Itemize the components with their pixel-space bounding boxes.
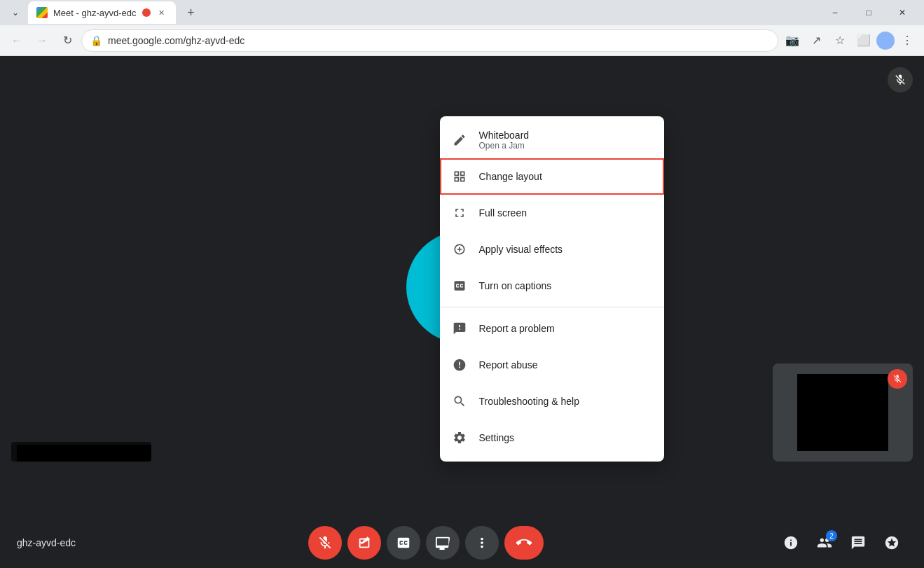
report-problem-label: Report a problem bbox=[479, 323, 555, 334]
back-button[interactable]: ← bbox=[6, 29, 28, 52]
troubleshooting-icon bbox=[451, 393, 468, 410]
bottom-bar: ghz-ayvd-edc bbox=[0, 518, 924, 568]
address-bar[interactable]: 🔒 meet.google.com/ghz-ayvd-edc bbox=[81, 29, 778, 52]
meeting-code-label: ghz-ayvd-edc bbox=[17, 537, 76, 548]
camera-button[interactable] bbox=[347, 526, 381, 560]
troubleshooting-label: Troubleshooting & help bbox=[479, 396, 579, 407]
participant-name-label bbox=[11, 442, 151, 462]
title-bar: ⌄ Meet - ghz-ayvd-edc ✕ + – □ ✕ bbox=[0, 0, 924, 25]
menu-item-captions[interactable]: Turn on captions bbox=[440, 268, 664, 304]
visual-effects-icon bbox=[451, 241, 468, 258]
bookmark-icon[interactable]: ☆ bbox=[829, 29, 851, 52]
captions-button[interactable] bbox=[387, 526, 420, 560]
troubleshooting-text: Troubleshooting & help bbox=[479, 396, 579, 407]
menu-item-report-abuse[interactable]: Report abuse bbox=[440, 347, 664, 383]
report-abuse-icon bbox=[451, 356, 468, 373]
nav-bar: ← → ↻ 🔒 meet.google.com/ghz-ayvd-edc 📷 ↗… bbox=[0, 25, 924, 56]
captions-text: Turn on captions bbox=[479, 280, 552, 291]
controls-right: 2 bbox=[775, 527, 907, 558]
browser-frame: ⌄ Meet - ghz-ayvd-edc ✕ + – □ ✕ ← → ↻ 🔒 … bbox=[0, 0, 924, 568]
controls-center bbox=[308, 526, 544, 560]
menu-item-troubleshooting[interactable]: Troubleshooting & help bbox=[440, 383, 664, 420]
report-problem-icon bbox=[451, 320, 468, 337]
lock-icon: 🔒 bbox=[90, 35, 102, 46]
visual-effects-label: Apply visual effects bbox=[479, 244, 563, 255]
video-area: K bbox=[0, 56, 924, 518]
context-menu: Whiteboard Open a Jam Change layout bbox=[440, 116, 664, 462]
maximize-button[interactable]: □ bbox=[853, 0, 885, 25]
report-abuse-label: Report abuse bbox=[479, 359, 538, 370]
settings-text: Settings bbox=[479, 432, 515, 443]
whiteboard-sublabel: Open a Jam bbox=[479, 141, 530, 151]
info-button[interactable] bbox=[775, 527, 806, 558]
people-badge: 2 bbox=[826, 530, 837, 541]
people-button[interactable]: 2 bbox=[809, 527, 840, 558]
menu-item-visual-effects[interactable]: Apply visual effects bbox=[440, 231, 664, 268]
captions-icon bbox=[451, 277, 468, 294]
chat-button[interactable] bbox=[843, 527, 874, 558]
change-layout-label: Change layout bbox=[479, 171, 542, 182]
more-options-button[interactable] bbox=[465, 526, 499, 560]
profile-avatar[interactable] bbox=[876, 32, 895, 50]
close-button[interactable]: ✕ bbox=[886, 0, 918, 25]
minimize-button[interactable]: – bbox=[819, 0, 851, 25]
report-problem-text: Report a problem bbox=[479, 323, 555, 334]
share-icon[interactable]: ↗ bbox=[805, 29, 827, 52]
menu-item-report-problem[interactable]: Report a problem bbox=[440, 310, 664, 347]
change-layout-text: Change layout bbox=[479, 171, 542, 182]
change-layout-icon bbox=[451, 168, 468, 185]
report-abuse-text: Report abuse bbox=[479, 359, 538, 370]
meet-content: K bbox=[0, 56, 924, 568]
whiteboard-icon bbox=[451, 132, 468, 148]
menu-icon[interactable]: ⋮ bbox=[896, 29, 918, 52]
menu-item-fullscreen[interactable]: Full screen bbox=[440, 195, 664, 231]
end-call-button[interactable] bbox=[504, 526, 544, 560]
reload-button[interactable]: ↻ bbox=[56, 29, 78, 52]
url-text: meet.google.com/ghz-ayvd-edc bbox=[108, 35, 769, 46]
menu-item-whiteboard[interactable]: Whiteboard Open a Jam bbox=[440, 122, 664, 158]
fullscreen-icon bbox=[451, 205, 468, 221]
split-screen-icon[interactable]: ⬜ bbox=[853, 29, 875, 52]
visual-effects-text: Apply visual effects bbox=[479, 244, 563, 255]
cast-icon[interactable]: 📷 bbox=[781, 29, 804, 52]
settings-label: Settings bbox=[479, 432, 515, 443]
whiteboard-text: Whiteboard Open a Jam bbox=[479, 130, 530, 151]
whiteboard-label: Whiteboard bbox=[479, 130, 530, 141]
mic-button[interactable] bbox=[308, 526, 342, 560]
self-mute-icon bbox=[888, 369, 907, 389]
self-view bbox=[773, 363, 913, 462]
tab-close-button[interactable]: ✕ bbox=[156, 7, 167, 18]
menu-item-change-layout[interactable]: Change layout bbox=[440, 158, 664, 195]
chevron-icon[interactable]: ⌄ bbox=[6, 3, 25, 22]
captions-label: Turn on captions bbox=[479, 280, 552, 291]
self-view-video bbox=[797, 374, 888, 451]
new-tab-button[interactable]: + bbox=[181, 3, 201, 22]
fullscreen-label: Full screen bbox=[479, 207, 527, 219]
present-button[interactable] bbox=[426, 526, 460, 560]
settings-icon bbox=[451, 429, 468, 446]
active-tab[interactable]: Meet - ghz-ayvd-edc ✕ bbox=[28, 1, 176, 24]
favicon bbox=[36, 7, 48, 18]
menu-divider bbox=[440, 307, 664, 307]
fullscreen-text: Full screen bbox=[479, 207, 527, 219]
top-mute-indicator bbox=[888, 67, 913, 92]
nav-right-icons: 📷 ↗ ☆ ⬜ ⋮ bbox=[781, 29, 918, 52]
menu-item-settings[interactable]: Settings bbox=[440, 420, 664, 456]
forward-button[interactable]: → bbox=[31, 29, 53, 52]
recording-indicator bbox=[142, 8, 151, 17]
activities-button[interactable] bbox=[876, 527, 907, 558]
tab-title: Meet - ghz-ayvd-edc bbox=[53, 8, 137, 18]
window-controls: – □ ✕ bbox=[819, 0, 918, 25]
